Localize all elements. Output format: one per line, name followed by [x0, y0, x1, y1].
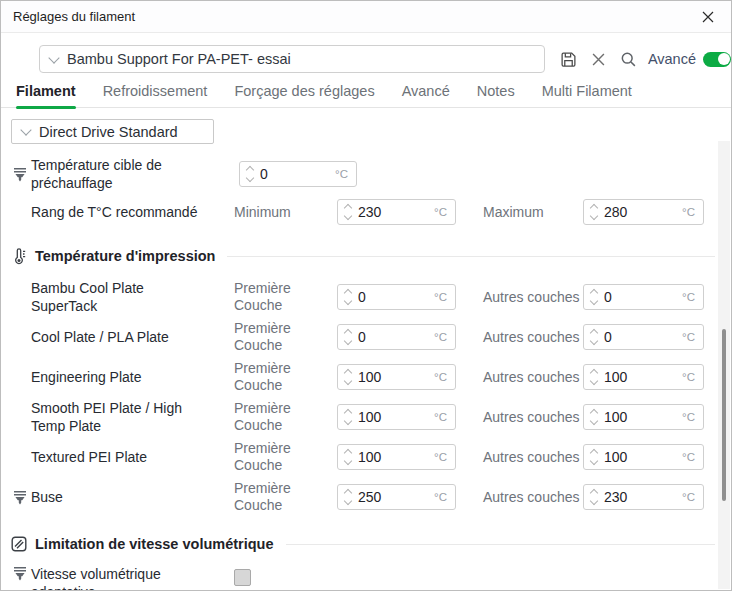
spinner-buttons[interactable] [338, 289, 358, 305]
other-layers-input[interactable] [604, 369, 682, 385]
max-temp-input[interactable] [604, 204, 682, 220]
window-title: Réglages du filament [13, 9, 135, 24]
scrollbar-track[interactable] [718, 141, 730, 589]
preheat-input-box: °C [239, 161, 357, 187]
spin-down-icon [344, 212, 352, 220]
chevron-down-icon [20, 124, 31, 135]
scrollbar-thumb[interactable] [722, 329, 726, 501]
spinner-buttons[interactable] [338, 489, 358, 505]
first-layer-input[interactable] [358, 409, 434, 425]
adaptive-volumetric-checkbox[interactable] [234, 569, 251, 586]
adaptive-volumetric-label: Vitesse volumétrique adaptative [31, 565, 234, 591]
first-layer-input-box: °C [337, 364, 456, 390]
spinner-buttons[interactable] [584, 409, 604, 425]
section-title: Température d'impression [35, 248, 215, 264]
volumetric-section-header: Limitation de vitesse volumétrique [1, 531, 731, 557]
unit-label: °C [335, 168, 356, 180]
other-layers-label: Autres couches [483, 289, 583, 306]
tab-filament[interactable]: Filament [16, 83, 76, 107]
unit-label: °C [682, 451, 703, 463]
unit-label: °C [682, 491, 703, 503]
spinner-buttons[interactable] [584, 329, 604, 345]
other-layers-input[interactable] [604, 489, 682, 505]
unit-label: °C [434, 331, 455, 343]
spinner-buttons[interactable] [338, 369, 358, 385]
tab-avance[interactable]: Avancé [402, 83, 450, 107]
spin-down-icon [344, 377, 352, 385]
spinner-buttons[interactable] [338, 409, 358, 425]
spinner-buttons[interactable] [584, 369, 604, 385]
temp-row-smooth-pei-plate: Smooth PEI Plate / High Temp Plate Premi… [1, 397, 731, 437]
preheat-input[interactable] [260, 166, 335, 182]
toggle-knob [718, 53, 730, 65]
spinner-buttons[interactable] [338, 204, 358, 220]
minimum-label: Minimum [234, 204, 337, 221]
tab-refroidissement[interactable]: Refroidissement [103, 83, 208, 107]
spin-down-icon [590, 377, 598, 385]
filament-settings-dialog: Réglages du filament Bambu Support For P… [0, 0, 732, 591]
tab-label: Notes [477, 83, 515, 99]
spin-down-icon [246, 174, 254, 182]
preheat-row: Température cible de préchauffage °C [1, 153, 731, 195]
unit-label: °C [682, 291, 703, 303]
spin-down-icon [344, 417, 352, 425]
max-temp-input-box: °C [583, 199, 704, 225]
other-layers-input[interactable] [604, 409, 682, 425]
first-layer-input[interactable] [358, 369, 434, 385]
other-layers-input[interactable] [604, 449, 682, 465]
unit-label: °C [682, 411, 703, 423]
spin-down-icon [344, 457, 352, 465]
first-layer-input-box: °C [337, 484, 456, 510]
spinner-buttons[interactable] [584, 489, 604, 505]
preset-name: Bambu Support For PA-PET- essai [67, 51, 291, 67]
other-layers-label: Autres couches [483, 489, 583, 506]
advanced-toggle[interactable] [703, 52, 731, 67]
first-layer-input[interactable] [358, 489, 434, 505]
tab-label: Avancé [402, 83, 450, 99]
first-layer-input[interactable] [358, 289, 434, 305]
tab-bar: Filament Refroidissement Forçage des rég… [1, 83, 731, 108]
preset-select[interactable]: Bambu Support For PA-PET- essai [39, 45, 545, 73]
titlebar: Réglages du filament [1, 1, 731, 33]
temp-row-textured-pei-plate: Textured PEI Plate Première Couche °C Au… [1, 437, 731, 477]
spinner-buttons[interactable] [584, 204, 604, 220]
first-layer-input[interactable] [358, 329, 434, 345]
search-preset-button[interactable] [618, 48, 640, 70]
other-layers-input[interactable] [604, 329, 682, 345]
spin-down-icon [590, 337, 598, 345]
spinner-buttons[interactable] [338, 329, 358, 345]
unit-label: °C [434, 291, 455, 303]
print-temp-section-header: Température d'impression [1, 243, 731, 269]
first-layer-label: Première Couche [234, 440, 337, 474]
chevron-down-icon [48, 52, 59, 63]
spinner-buttons[interactable] [338, 449, 358, 465]
min-temp-input[interactable] [358, 204, 434, 220]
unit-label: °C [434, 411, 455, 423]
close-button[interactable] [697, 6, 719, 28]
spin-down-icon [344, 297, 352, 305]
spin-down-icon [344, 497, 352, 505]
save-preset-button[interactable] [558, 48, 580, 70]
extruder-select[interactable]: Direct Drive Standard [11, 119, 214, 144]
spinner-buttons[interactable] [584, 289, 604, 305]
spinner-buttons[interactable] [240, 166, 260, 182]
tab-multi-filament[interactable]: Multi Filament [542, 83, 632, 107]
other-layers-input-box: °C [583, 444, 704, 470]
advanced-label: Avancé [648, 51, 696, 67]
spin-down-icon [590, 212, 598, 220]
tab-notes[interactable]: Notes [477, 83, 515, 107]
first-layer-label: Première Couche [234, 320, 337, 354]
temp-range-label: Rang de T°C recommandé [31, 203, 234, 221]
delete-icon [592, 53, 605, 66]
other-layers-input-box: °C [583, 284, 704, 310]
spinner-buttons[interactable] [584, 449, 604, 465]
other-layers-input[interactable] [604, 289, 682, 305]
first-layer-label: Première Couche [234, 360, 337, 394]
tab-label: Forçage des réglages [234, 83, 374, 99]
first-layer-input[interactable] [358, 449, 434, 465]
delete-preset-button[interactable] [588, 48, 610, 70]
tab-forcage-des-reglages[interactable]: Forçage des réglages [234, 83, 374, 107]
nozzle-icon [13, 167, 27, 183]
first-layer-input-box: °C [337, 404, 456, 430]
other-layers-label: Autres couches [483, 329, 583, 346]
